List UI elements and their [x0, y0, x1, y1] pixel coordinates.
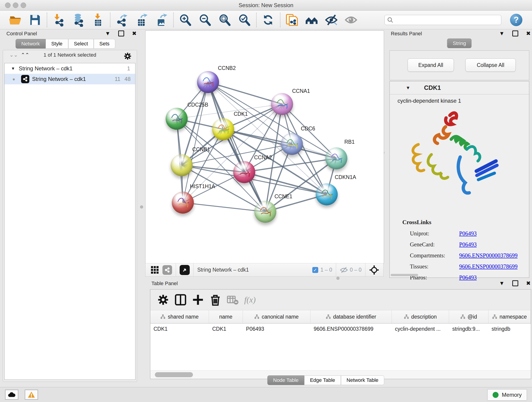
- tab-node-table[interactable]: Node Table: [267, 375, 304, 385]
- tab-string[interactable]: String: [447, 38, 472, 48]
- table-cell: stringdb: [488, 326, 531, 332]
- collapse-all-button[interactable]: Collapse All: [465, 58, 516, 72]
- export-image-icon[interactable]: [154, 13, 168, 27]
- crosslink-row: Tissues:9606.ENSP00000378699: [390, 263, 529, 270]
- column-header[interactable]: database identifier: [310, 310, 392, 323]
- table-tabs: Node TableEdge TableNetwork Table: [267, 375, 384, 385]
- birds-eye-grid-icon[interactable]: [151, 266, 159, 274]
- table-row[interactable]: CDK1CDK1P064939606.ENSP00000378699cyclin…: [150, 324, 531, 334]
- zoom-out-icon[interactable]: [198, 13, 212, 27]
- string-home-icon[interactable]: [305, 13, 318, 27]
- crosslink-label: Tissues:: [390, 263, 459, 270]
- show-glass-eye-icon[interactable]: [344, 13, 358, 27]
- import-network-icon[interactable]: [52, 13, 65, 27]
- network-node-cdc25b[interactable]: [166, 108, 188, 130]
- column-header[interactable]: namespace: [488, 310, 531, 323]
- warnings-button[interactable]: [25, 390, 38, 400]
- column-header[interactable]: description: [392, 310, 449, 323]
- table-hscroll-thumb[interactable]: [155, 372, 193, 377]
- refresh-icon[interactable]: [261, 13, 275, 27]
- protein-thumbnail-icon: [236, 165, 252, 179]
- zoom-in-icon[interactable]: [178, 13, 192, 27]
- selected-count-checkbox-icon[interactable]: ✓: [312, 267, 318, 273]
- network-node-cdk1[interactable]: [212, 118, 234, 140]
- hide-glass-eye-slash-icon[interactable]: [324, 13, 338, 27]
- close-panel-icon[interactable]: ✖: [526, 30, 531, 37]
- open-view-in-window-icon[interactable]: [180, 265, 190, 275]
- expand-all-button[interactable]: Expand All: [408, 58, 454, 72]
- zoom-fit-icon[interactable]: [218, 13, 231, 27]
- zoom-selected-icon[interactable]: [237, 13, 251, 27]
- network-row[interactable]: ● String Network – cdk1 11 48: [5, 74, 135, 84]
- crosslink-value-link[interactable]: 9606.ENSP00000378699: [459, 252, 518, 259]
- main-toolbar: ?: [0, 11, 532, 29]
- crosslink-value-link[interactable]: P06493: [459, 241, 476, 248]
- network-node-ccna1[interactable]: [271, 93, 293, 115]
- network-node-ccna2[interactable]: [233, 161, 255, 183]
- float-panel-icon[interactable]: [512, 280, 518, 286]
- help-button[interactable]: ?: [510, 14, 522, 26]
- network-collection-row[interactable]: ▼ String Network – cdk1 1: [5, 63, 135, 74]
- crosslink-value-link[interactable]: P06493: [459, 230, 476, 237]
- search-box[interactable]: [385, 15, 501, 25]
- network-node-ccne1[interactable]: [254, 201, 276, 223]
- crosslink-value-link[interactable]: P06493: [459, 274, 476, 281]
- tab-sets[interactable]: Sets: [94, 39, 115, 49]
- table-options-gear-icon[interactable]: [157, 294, 169, 306]
- close-panel-icon[interactable]: ✖: [526, 280, 531, 287]
- network-node-ccnb1[interactable]: [171, 154, 193, 176]
- network-share-badge-icon[interactable]: [162, 265, 172, 275]
- cloud-button[interactable]: [5, 390, 18, 400]
- collection-label: String Network – cdk1: [19, 65, 73, 72]
- show-columns-icon[interactable]: [175, 294, 186, 306]
- table-cell: stringdb:9...: [449, 326, 488, 332]
- column-header[interactable]: @id: [449, 310, 488, 323]
- column-header[interactable]: name: [209, 310, 243, 323]
- panel-menu-icon[interactable]: ▼: [105, 30, 110, 37]
- column-header[interactable]: shared name: [150, 310, 209, 323]
- results-scrollbar[interactable]: [391, 274, 418, 276]
- delete-column-icon[interactable]: [209, 294, 221, 306]
- network-options-gear-icon[interactable]: [123, 52, 132, 60]
- export-network-icon[interactable]: [115, 13, 129, 27]
- open-session-icon[interactable]: [8, 13, 22, 27]
- table-cell: 9606.ENSP00000378699: [310, 326, 392, 332]
- import-table-icon[interactable]: [91, 13, 105, 27]
- network-node-cdkn1a[interactable]: [316, 183, 338, 205]
- crosslink-value-link[interactable]: 9606.ENSP00000378699: [459, 263, 518, 270]
- collection-expand-arrow-icon[interactable]: ▼: [11, 66, 15, 71]
- fit-selected-crosshair-icon[interactable]: [369, 265, 379, 275]
- string-node-entry: ▼ CDK1 cyclin-dependent kinase 1: [389, 81, 529, 278]
- panel-menu-icon[interactable]: ▼: [499, 280, 505, 287]
- clone-network-icon[interactable]: [285, 13, 299, 27]
- add-column-icon[interactable]: [192, 294, 204, 306]
- title-bar: Session: New Session: [0, 0, 532, 11]
- table-toolbar: f(x): [150, 289, 531, 310]
- network-node-ccnb2[interactable]: [197, 71, 219, 93]
- bottom-splitter-handle[interactable]: [336, 277, 340, 280]
- tab-network[interactable]: Network: [16, 39, 46, 49]
- network-canvas[interactable]: CCNB2CCNA1CDC25BCDK1CDC6RB1CCNB1CCNA2CDK…: [145, 31, 384, 264]
- export-table-icon[interactable]: [135, 13, 148, 27]
- left-splitter-handle[interactable]: [140, 205, 143, 209]
- network-node-cdc6[interactable]: [281, 133, 303, 155]
- close-panel-icon[interactable]: ✖: [132, 30, 137, 37]
- entry-collapse-arrow-icon[interactable]: ▼: [406, 85, 410, 90]
- protein-thumbnail-icon: [169, 112, 185, 126]
- crosslinks-section: CrossLinks Uniprot:P06493GeneCard:P06493…: [390, 219, 529, 281]
- panel-menu-icon[interactable]: ▼: [499, 30, 505, 37]
- column-type-icon: [326, 314, 331, 319]
- column-header[interactable]: canonical name: [243, 310, 310, 323]
- network-node-rb1[interactable]: [325, 147, 347, 169]
- import-database-icon[interactable]: [71, 13, 85, 27]
- float-panel-icon[interactable]: [118, 31, 124, 36]
- save-session-icon[interactable]: [28, 13, 42, 27]
- network-node-hist1h1a[interactable]: [172, 191, 194, 214]
- tab-network-table[interactable]: Network Table: [341, 375, 384, 385]
- tab-edge-table[interactable]: Edge Table: [304, 375, 341, 385]
- tab-style[interactable]: Style: [46, 39, 68, 49]
- tab-select[interactable]: Select: [68, 39, 94, 49]
- float-panel-icon[interactable]: [512, 31, 518, 36]
- search-input[interactable]: [393, 17, 493, 23]
- memory-button[interactable]: Memory: [487, 389, 527, 401]
